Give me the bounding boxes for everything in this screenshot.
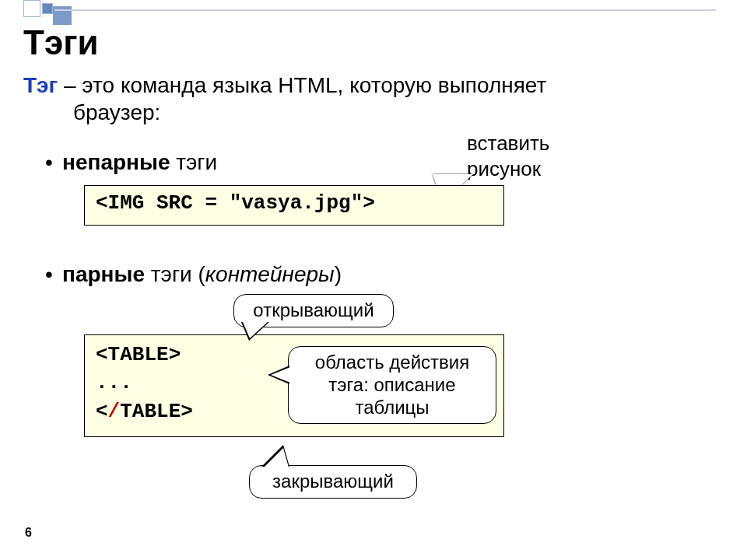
callout-insert-picture-l2: рисунок	[467, 157, 541, 180]
code2-dots: ...	[96, 371, 132, 394]
code2-close-slash: /	[108, 400, 121, 423]
definition-text: Тэг – это команда языка HTML, которую вы…	[23, 72, 724, 126]
callout-opening-text: открывающий	[253, 299, 374, 320]
definition-body-2: браузер:	[73, 99, 724, 126]
bullet-paired-close: )	[335, 262, 342, 286]
bullet-paired-rest: тэги (	[145, 262, 205, 286]
callout-closing-text: закрывающий	[272, 471, 394, 492]
definition-term: Тэг	[23, 73, 58, 97]
callout-area-l1: область действия	[315, 352, 469, 373]
bullet-paired: парные тэги (контейнеры)	[62, 262, 342, 287]
slide-title: Тэги	[23, 23, 99, 62]
code-example-1-wrap: <IMG SRC = "vasya.jpg">	[84, 185, 504, 226]
bullet-unpaired-rest: тэги	[170, 150, 217, 174]
callout-opening-tail-fill	[243, 322, 268, 338]
bullet-paired-italic: контейнеры	[205, 262, 335, 286]
definition-body-1: – это команда языка HTML, которую выполн…	[58, 73, 546, 97]
callout-area: область действия тэга: описание таблицы	[288, 346, 496, 424]
code-example-1: <IMG SRC = "vasya.jpg">	[84, 185, 504, 226]
callout-insert-picture-l1: вставить	[467, 131, 549, 155]
bullet-paired-bold: парные	[62, 262, 145, 286]
code2-close-lt: <	[96, 400, 108, 423]
code2-close-tag: TABLE	[120, 400, 181, 423]
callout-closing: закрывающий	[249, 465, 417, 499]
code2-open-tag: TABLE	[108, 343, 169, 366]
callout-area-tail-fill	[271, 367, 290, 383]
code2-open-gt: >	[169, 343, 181, 366]
code2-close-gt: >	[181, 400, 193, 423]
callout-area-l3: таблицы	[355, 397, 429, 418]
bullet-unpaired-bold: непарные	[62, 150, 170, 174]
page-number: 6	[25, 526, 32, 540]
slide-decoration-bar	[54, 9, 716, 11]
callout-closing-tail-fill	[264, 448, 289, 467]
callout-insert-picture: вставить рисунок	[467, 131, 549, 181]
bullet-unpaired: непарные тэги	[62, 150, 217, 175]
callout-area-l2: тэга: описание	[328, 374, 455, 395]
code-example-1-text: <IMG SRC = "vasya.jpg">	[96, 191, 375, 215]
code2-open-lt: <	[96, 343, 108, 366]
